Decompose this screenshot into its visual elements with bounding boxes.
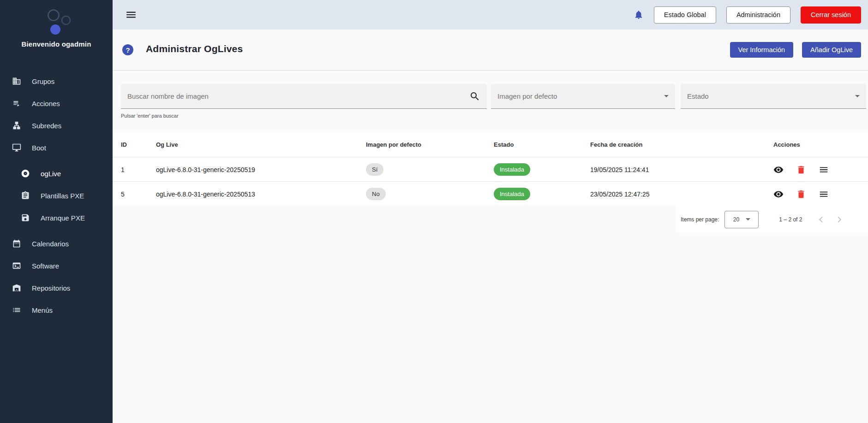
imagen-por-defecto-select[interactable]: Imagen por defecto <box>491 84 675 109</box>
cell-oglive: ogLive-6.8.0-31-generic-20250519 <box>156 157 364 182</box>
oglives-table: ID Og Live Imagen por defecto Estado Fec… <box>113 132 868 206</box>
default-badge: No <box>366 188 386 200</box>
notifications-bell-icon[interactable] <box>634 10 644 20</box>
sidebar-item-label: Boot <box>32 144 46 152</box>
col-header-estado: Estado <box>494 132 586 157</box>
table-row: 1 ogLive-6.8.0-31-generic-20250519 Sí In… <box>113 157 868 181</box>
sidebar-menu: Grupos Acciones Subredes Boot ogLive <box>0 70 113 321</box>
search-field[interactable] <box>121 84 487 109</box>
sidebar: Bienvenido ogadmin Grupos Acciones Subre… <box>0 0 113 423</box>
sidebar-item-acciones[interactable]: Acciones <box>0 92 113 114</box>
chevron-down-icon <box>664 95 669 97</box>
view-eye-icon[interactable] <box>773 165 784 175</box>
paginator: Items per page: 20 1 – 2 of 2 <box>676 206 868 233</box>
sidebar-item-boot[interactable]: Boot <box>0 137 113 159</box>
table-row: 5 ogLive-6.8.0-31-generic-20250513 No In… <box>113 181 868 206</box>
col-header-default: Imagen por defecto <box>366 132 486 157</box>
disc-icon <box>21 169 30 178</box>
sidebar-item-grupos[interactable]: Grupos <box>0 70 113 92</box>
sidebar-item-label: Repositorios <box>32 284 70 292</box>
col-header-fecha: Fecha de creación <box>590 132 766 157</box>
cell-created: 19/05/2025 11:24:41 <box>590 157 766 182</box>
administracion-button[interactable]: Administración <box>726 6 790 24</box>
ver-informacion-button[interactable]: Ver Información <box>730 42 794 58</box>
view-eye-icon[interactable] <box>773 189 784 199</box>
delete-trash-icon[interactable] <box>796 165 806 175</box>
help-icon[interactable]: ? <box>122 44 133 55</box>
lan-icon <box>12 121 21 130</box>
sidebar-item-calendarios[interactable]: Calendarios <box>0 232 113 255</box>
search-input[interactable] <box>127 92 469 100</box>
previous-page-icon[interactable] <box>815 214 827 226</box>
sidebar-item-arranque-pxe[interactable]: Arranque PXE <box>0 207 113 229</box>
playlist-icon <box>12 99 21 108</box>
list-icon <box>12 305 21 315</box>
cell-id: 5 <box>121 182 149 206</box>
row-menu-icon[interactable] <box>819 189 829 199</box>
sidebar-toggle-icon[interactable] <box>125 9 137 21</box>
page-range-label: 1 – 2 of 2 <box>774 216 807 223</box>
sidebar-item-label: ogLive <box>41 170 61 178</box>
sidebar-item-label: Calendarios <box>32 240 69 248</box>
page-size-select[interactable]: 20 <box>724 211 759 228</box>
page-size-value: 20 <box>733 216 739 223</box>
col-header-acciones: Acciones <box>773 132 861 157</box>
select-label: Imagen por defecto <box>497 92 664 100</box>
topbar: Estado Global Administración Cerrar sesi… <box>113 0 868 30</box>
warehouse-icon <box>12 283 21 292</box>
col-header-oglive: Og Live <box>156 132 364 157</box>
search-hint: Pulsar 'enter' para buscar <box>121 113 179 119</box>
status-badge: Instalada <box>494 163 530 176</box>
terminal-icon <box>12 261 21 270</box>
anadir-oglive-button[interactable]: Añadir OgLive <box>802 42 861 58</box>
estado-global-button[interactable]: Estado Global <box>654 6 716 24</box>
default-badge: Sí <box>366 163 383 176</box>
chevron-down-icon <box>855 95 860 97</box>
page-title: Administrar OgLives <box>146 43 243 54</box>
delete-trash-icon[interactable] <box>796 189 806 199</box>
sidebar-item-label: Subredes <box>32 122 61 130</box>
cell-oglive: ogLive-6.8.0-31-generic-20250513 <box>156 182 364 206</box>
sidebar-item-label: Acciones <box>32 100 60 107</box>
calendar-icon <box>12 239 21 248</box>
clipboard-icon <box>21 191 30 200</box>
sidebar-item-repositorios[interactable]: Repositorios <box>0 277 113 299</box>
page-header: ? Administrar OgLives Ver Información Añ… <box>113 30 868 71</box>
chevron-down-icon <box>746 218 750 220</box>
estado-select[interactable]: Estado <box>681 84 866 109</box>
cerrar-sesion-button[interactable]: Cerrar sesión <box>801 6 861 24</box>
select-label: Estado <box>687 92 855 100</box>
sidebar-item-label: Plantillas PXE <box>41 192 84 200</box>
cell-id: 1 <box>121 157 149 182</box>
save-icon <box>21 213 30 222</box>
monitor-icon <box>12 143 21 152</box>
table-header-row: ID Og Live Imagen por defecto Estado Fec… <box>113 132 868 157</box>
row-menu-icon[interactable] <box>819 165 829 175</box>
sidebar-item-subredes[interactable]: Subredes <box>0 114 113 137</box>
sidebar-item-plantillas-pxe[interactable]: Plantillas PXE <box>0 185 113 207</box>
app-logo <box>0 8 113 38</box>
status-badge: Instalada <box>494 188 530 200</box>
sidebar-item-label: Arranque PXE <box>41 214 85 222</box>
sidebar-item-software[interactable]: Software <box>0 255 113 277</box>
search-icon[interactable] <box>469 91 480 102</box>
sidebar-item-label: Grupos <box>32 77 54 85</box>
sidebar-item-label: Menús <box>32 306 53 314</box>
next-page-icon[interactable] <box>833 214 845 226</box>
sidebar-item-oglive[interactable]: ogLive <box>0 162 113 185</box>
cell-created: 23/05/2025 12:47:25 <box>590 182 766 206</box>
filters-bar: Pulsar 'enter' para buscar Imagen por de… <box>113 71 868 132</box>
welcome-text: Bienvenido ogadmin <box>0 40 113 48</box>
sidebar-item-label: Software <box>32 262 59 270</box>
col-header-id: ID <box>121 132 149 157</box>
items-per-page-label: Items per page: <box>681 216 719 223</box>
building-icon <box>12 77 21 86</box>
sidebar-item-menus[interactable]: Menús <box>0 299 113 321</box>
